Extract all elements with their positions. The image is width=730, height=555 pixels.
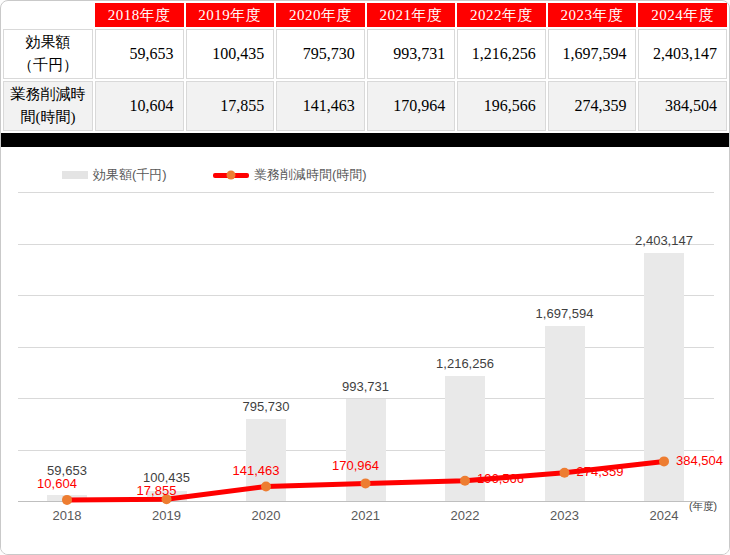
bar-value-label: 1,216,256 bbox=[436, 356, 494, 372]
x-tick-label: 2018 bbox=[53, 508, 82, 523]
bar-2020 bbox=[246, 419, 286, 501]
table-value-cell: 2,403,147 bbox=[638, 29, 727, 79]
table-header-row: 2018年度2019年度2020年度2021年度2022年度2023年度2024… bbox=[3, 3, 727, 27]
table-value-cell: 59,653 bbox=[95, 29, 184, 79]
bar-value-label: 795,730 bbox=[243, 399, 290, 415]
table-value-cell: 10,604 bbox=[95, 81, 184, 131]
table-value-cell: 993,731 bbox=[367, 29, 456, 79]
year-column-header: 2018年度 bbox=[95, 3, 184, 27]
x-tick-label: 2019 bbox=[152, 508, 181, 523]
table-row-reduced-hours: 業務削減時間(時間) 10,60417,855141,463170,964196… bbox=[3, 81, 727, 131]
line-value-label: 384,504 bbox=[676, 453, 723, 469]
table-value-cell: 196,566 bbox=[457, 81, 546, 131]
x-tick-label: 2024 bbox=[650, 508, 679, 523]
year-column-header: 2023年度 bbox=[548, 3, 637, 27]
table-value-cell: 170,964 bbox=[367, 81, 456, 131]
row-label-line: （千円） bbox=[4, 54, 92, 77]
row-label-line: 業務削減時 bbox=[4, 83, 92, 106]
year-column-header: 2019年度 bbox=[186, 3, 275, 27]
x-tick-label: 2023 bbox=[550, 508, 579, 523]
table-value-cell: 384,504 bbox=[638, 81, 727, 131]
gridline bbox=[18, 347, 714, 348]
row-label-line: 効果額 bbox=[4, 31, 92, 54]
table-row-effect-amount: 効果額（千円） 59,653100,435795,730993,7311,216… bbox=[3, 29, 727, 79]
year-column-header: 2022年度 bbox=[457, 3, 546, 27]
row-label-effect-amount: 効果額（千円） bbox=[3, 29, 93, 79]
bar-value-label: 993,731 bbox=[342, 379, 389, 395]
table-value-cell: 141,463 bbox=[276, 81, 365, 131]
x-axis-unit-label: (年度) bbox=[689, 500, 717, 514]
bar-series-swatch-icon bbox=[62, 171, 88, 179]
row-label-reduced-hours: 業務削減時間(時間) bbox=[3, 81, 93, 131]
line-series-swatch-icon bbox=[213, 173, 249, 178]
gridline bbox=[18, 295, 714, 296]
combo-chart: 効果額(千円) 業務削減時間(時間) 10,60459,653201817,85… bbox=[1, 147, 729, 554]
summary-table: 2018年度2019年度2020年度2021年度2022年度2023年度2024… bbox=[1, 1, 729, 133]
line-value-label: 274,359 bbox=[577, 464, 624, 480]
black-divider bbox=[1, 133, 729, 147]
gridline bbox=[18, 244, 714, 245]
x-tick-label: 2021 bbox=[351, 508, 380, 523]
table-value-cell: 1,697,594 bbox=[548, 29, 637, 79]
bar-2021 bbox=[346, 399, 386, 501]
gridline bbox=[18, 192, 714, 193]
legend-bar-label: 効果額(千円) bbox=[93, 166, 167, 184]
x-axis-line bbox=[18, 501, 714, 502]
line-value-label: 170,964 bbox=[332, 458, 379, 474]
legend-item-bar-series: 効果額(千円) bbox=[62, 166, 167, 184]
row-label-line: 間(時間) bbox=[4, 106, 92, 129]
bar-2018 bbox=[47, 495, 87, 501]
bar-value-label: 1,697,594 bbox=[536, 306, 594, 322]
year-column-header: 2024年度 bbox=[638, 3, 727, 27]
x-tick-label: 2020 bbox=[252, 508, 281, 523]
bar-value-label: 59,653 bbox=[47, 463, 87, 479]
table-value-cell: 17,855 bbox=[186, 81, 275, 131]
legend-item-line-series: 業務削減時間(時間) bbox=[213, 166, 367, 184]
year-column-header: 2021年度 bbox=[367, 3, 456, 27]
bar-value-label: 100,435 bbox=[143, 470, 190, 486]
legend-line-label: 業務削減時間(時間) bbox=[254, 166, 367, 184]
year-column-header: 2020年度 bbox=[276, 3, 365, 27]
table-value-cell: 1,216,256 bbox=[457, 29, 546, 79]
table-corner-cell bbox=[3, 3, 93, 27]
table-value-cell: 274,359 bbox=[548, 81, 637, 131]
bar-value-label: 2,403,147 bbox=[635, 233, 693, 249]
line-value-label: 141,463 bbox=[233, 463, 280, 479]
table-value-cell: 795,730 bbox=[276, 29, 365, 79]
x-tick-label: 2022 bbox=[451, 508, 480, 523]
report-card: 2018年度2019年度2020年度2021年度2022年度2023年度2024… bbox=[0, 0, 730, 555]
line-value-label: 196,566 bbox=[477, 471, 524, 487]
table-value-cell: 100,435 bbox=[186, 29, 275, 79]
